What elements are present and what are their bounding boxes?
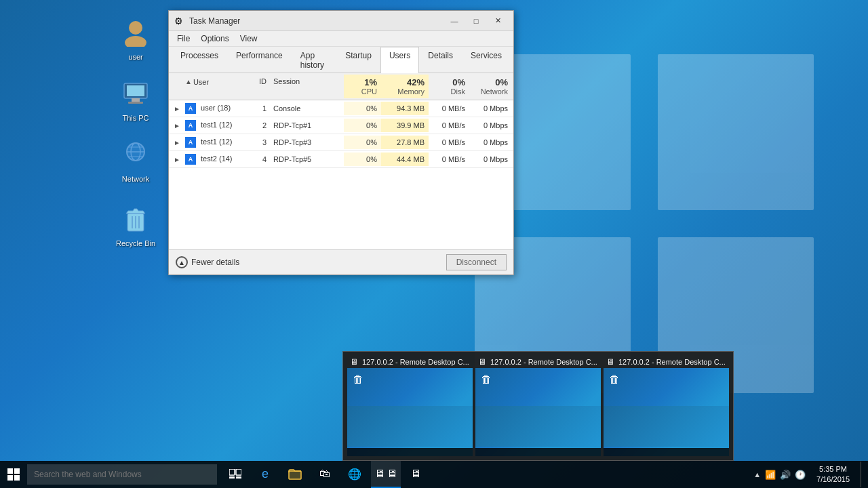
taskbar-app-edge[interactable]: e <box>250 461 280 488</box>
tray-clock-icon: 🕐 <box>795 470 806 480</box>
taskbar: e 🛍 🌐 🖥 🖥 🖥 ▲ 📶 🔊 🕐 <box>0 461 868 488</box>
row-cpu: 0% <box>344 119 381 132</box>
menu-view[interactable]: View <box>235 33 263 45</box>
tray-icons: ▲ 📶 🔊 🕐 <box>753 470 806 480</box>
row-memory: 27.8 MB <box>381 136 429 149</box>
row-disk: 0 MB/s <box>429 136 469 149</box>
table-row[interactable]: ► A user (18) 1 Console 0% 94.3 MB 0 MB/… <box>169 100 513 117</box>
row-session: RDP-Tcp#3 <box>269 136 344 149</box>
svg-rect-4 <box>132 98 140 102</box>
network-icon-label: Network <box>112 174 159 184</box>
col-header-id[interactable]: ID <box>249 75 269 98</box>
row-user: A test1 (12) <box>180 134 249 150</box>
footer: ▲ Fewer details Disconnect <box>169 249 513 274</box>
taskbar-tray: ▲ 📶 🔊 🕐 5:35 PM 7/16/2015 <box>753 462 868 487</box>
tab-apphistory[interactable]: App history <box>292 47 337 73</box>
table-row[interactable]: ► A test2 (14) 4 RDP-Tcp#5 0% 44.4 MB 0 … <box>169 151 513 168</box>
svg-rect-23 <box>236 476 241 479</box>
taskbar-app-explorer[interactable] <box>280 461 310 488</box>
users-table: ▲ User ID Session 1% CPU 42% Memory 0% D… <box>169 73 513 249</box>
desktop-icon-thispc[interactable]: This PC <box>108 75 163 126</box>
preview-item-2[interactable]: 🖥 127.0.0.2 - Remote Desktop C... 🗑 <box>604 356 729 456</box>
tab-processes[interactable]: Processes <box>172 47 227 73</box>
preview-icon-2: 🖥 <box>606 357 616 367</box>
svg-rect-22 <box>229 476 235 479</box>
taskbar-app-taskview[interactable] <box>220 461 250 488</box>
taskbar-rdp-group[interactable]: 🖥 🖥 <box>371 461 401 488</box>
thispc-icon-label: This PC <box>112 113 159 123</box>
preview-item-0[interactable]: 🖥 127.0.0.2 - Remote Desktop C... 🗑 <box>347 356 473 456</box>
preview-title-1: 🖥 127.0.0.2 - Remote Desktop C... <box>475 356 601 368</box>
tab-performance[interactable]: Performance <box>227 47 292 73</box>
svg-point-11 <box>127 143 144 161</box>
user-account-icon: A <box>185 103 196 114</box>
preview-item-1[interactable]: 🖥 127.0.0.2 - Remote Desktop C... 🗑 <box>475 356 601 456</box>
tab-users[interactable]: Users <box>380 47 419 73</box>
desktop-icon-recycle[interactable]: Recycle Bin <box>108 200 163 251</box>
tab-services[interactable]: Services <box>462 47 511 73</box>
table-row[interactable]: ► A test1 (12) 2 RDP-Tcp#1 0% 39.9 MB 0 … <box>169 117 513 134</box>
row-session: Console <box>269 102 344 115</box>
tab-details[interactable]: Details <box>419 47 462 73</box>
sort-arrow-icon: ▲ <box>185 78 192 85</box>
tab-bar: Processes Performance App history Startu… <box>169 47 513 73</box>
row-id: 2 <box>249 119 269 132</box>
start-button[interactable] <box>0 461 27 488</box>
desktop-icon-user[interactable]: user <box>108 14 163 65</box>
svg-rect-17 <box>14 468 20 474</box>
preview-icon-0: 🖥 <box>350 357 359 367</box>
tab-startup[interactable]: Startup <box>336 47 380 73</box>
show-desktop-button[interactable] <box>861 462 865 487</box>
row-session: RDP-Tcp#1 <box>269 119 344 132</box>
row-id: 3 <box>249 136 269 149</box>
taskbar-apps: e 🛍 🌐 🖥 🖥 🖥 <box>220 461 431 488</box>
col-header-user[interactable]: ▲ User <box>180 75 249 98</box>
user-icon-label: user <box>112 52 159 62</box>
fewer-details-icon: ▲ <box>176 256 188 268</box>
row-user: A test2 (14) <box>180 151 249 167</box>
titlebar-title: Task Manager <box>189 16 444 26</box>
preview-title-0: 🖥 127.0.0.2 - Remote Desktop C... <box>347 356 473 368</box>
taskbar-app-rdp-single[interactable]: 🖥 <box>401 461 431 488</box>
window-controls: — □ ✕ <box>444 14 508 28</box>
preview-thumb-0: 🗑 <box>347 368 473 456</box>
recycle-icon-label: Recycle Bin <box>112 239 159 248</box>
col-header-memory[interactable]: 42% Memory <box>381 75 429 98</box>
disconnect-button[interactable]: Disconnect <box>446 254 507 270</box>
svg-rect-16 <box>7 468 13 474</box>
search-input[interactable] <box>27 464 217 485</box>
user-account-icon: A <box>185 137 196 148</box>
table-rows: ► A user (18) 1 Console 0% 94.3 MB 0 MB/… <box>169 100 513 168</box>
row-id: 1 <box>249 102 269 115</box>
row-memory: 44.4 MB <box>381 152 429 166</box>
task-manager-window: ⚙ Task Manager — □ ✕ File Options View P… <box>168 10 514 275</box>
col-header-cpu[interactable]: 1% CPU <box>344 75 381 98</box>
titlebar: ⚙ Task Manager — □ ✕ <box>169 11 513 31</box>
preview-title-2: 🖥 127.0.0.2 - Remote Desktop C... <box>604 356 729 368</box>
maximize-button[interactable]: □ <box>466 14 486 28</box>
tray-arrow-icon[interactable]: ▲ <box>753 470 761 479</box>
fewer-details-button[interactable]: ▲ Fewer details <box>176 256 239 268</box>
menubar: File Options View <box>169 31 513 47</box>
col-header-session[interactable]: Session <box>269 75 344 98</box>
minimize-button[interactable]: — <box>444 14 465 28</box>
svg-rect-21 <box>236 469 241 475</box>
col-header-network[interactable]: 0% Network <box>469 75 513 98</box>
col-header-disk[interactable]: 0% Disk <box>429 75 469 98</box>
tray-network-icon: 📶 <box>765 470 776 480</box>
windows-logo-bg <box>475 54 814 393</box>
svg-point-1 <box>125 36 146 47</box>
taskbar-app-network2[interactable]: 🌐 <box>340 461 370 488</box>
close-button[interactable]: ✕ <box>488 14 508 28</box>
menu-options[interactable]: Options <box>195 33 234 45</box>
menu-file[interactable]: File <box>172 33 195 45</box>
taskbar-preview-area: 🖥 127.0.0.2 - Remote Desktop C... 🗑 🖥 12… <box>342 351 734 461</box>
svg-point-0 <box>129 21 142 35</box>
row-cpu: 0% <box>344 102 381 115</box>
user-icon-img <box>119 17 152 49</box>
row-disk: 0 MB/s <box>429 119 469 132</box>
desktop-icon-network[interactable]: Network <box>108 136 163 187</box>
taskbar-app-store[interactable]: 🛍 <box>310 461 340 488</box>
table-header-row: ▲ User ID Session 1% CPU 42% Memory 0% D… <box>169 73 513 100</box>
table-row[interactable]: ► A test1 (12) 3 RDP-Tcp#3 0% 27.8 MB 0 … <box>169 134 513 151</box>
